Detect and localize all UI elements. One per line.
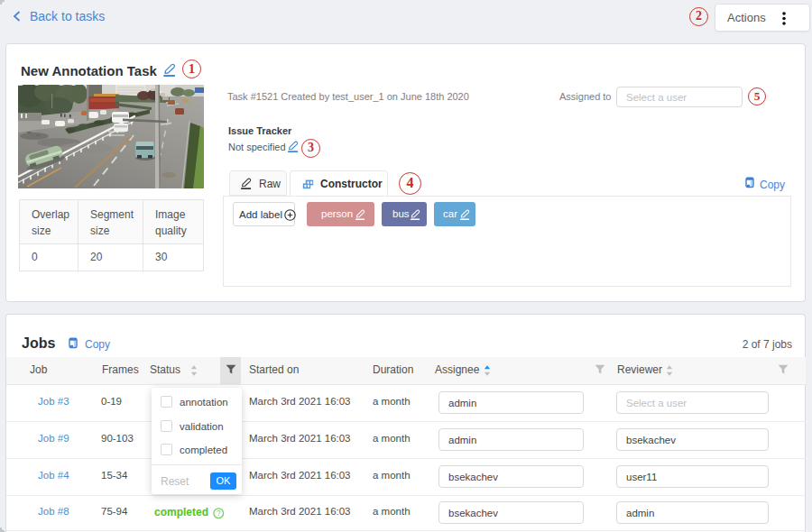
svg-text:?: ? — [217, 509, 221, 518]
